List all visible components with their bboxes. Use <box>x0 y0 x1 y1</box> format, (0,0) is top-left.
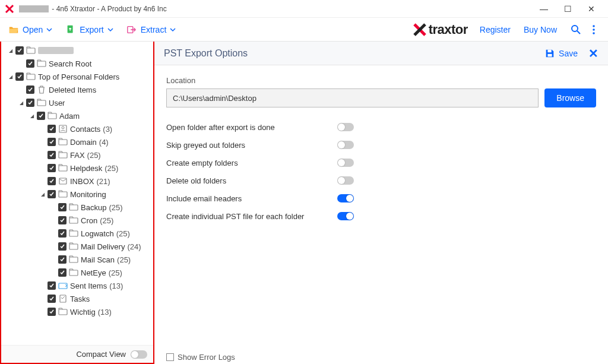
search-icon[interactable] <box>570 24 582 36</box>
tree-node[interactable]: ◢Top of Personal Folders <box>2 70 152 83</box>
tree-checkbox[interactable] <box>48 308 56 316</box>
svg-rect-27 <box>547 49 551 52</box>
tree-node[interactable]: Search Root <box>2 57 152 70</box>
tree-count: (21) <box>96 177 110 186</box>
tree-checkbox[interactable] <box>26 59 34 68</box>
tree-node[interactable]: ◢User <box>2 96 152 109</box>
tree-label: FAX <box>70 151 85 160</box>
folder-icon <box>58 307 68 316</box>
window-title: - 4n6 Xtraxtor - A Product by 4n6 Inc <box>18 5 532 13</box>
folder-tree-sidebar: ◢Search Root◢Top of Personal FoldersDele… <box>0 42 154 364</box>
tree-count: (25) <box>87 151 101 160</box>
tree-checkbox[interactable] <box>26 86 34 94</box>
folder-icon <box>69 216 78 225</box>
export-button[interactable]: Export <box>65 24 113 35</box>
tree-checkbox[interactable] <box>48 177 56 185</box>
tree-checkbox[interactable] <box>48 164 56 172</box>
tree-node[interactable]: Domain(4) <box>2 135 152 148</box>
tree-node[interactable]: ◢Monitoring <box>2 188 152 201</box>
tree-checkbox[interactable] <box>48 190 56 198</box>
option-label: Create empty folders <box>166 159 332 167</box>
option-toggle[interactable] <box>337 176 354 185</box>
location-input[interactable] <box>166 88 539 107</box>
tree-node[interactable]: NetEye(25) <box>2 266 152 279</box>
tree-node[interactable]: ◢ <box>2 44 152 57</box>
show-error-logs-checkbox[interactable] <box>166 353 174 361</box>
option-toggle[interactable] <box>337 212 354 220</box>
option-toggle[interactable] <box>337 159 354 167</box>
tree-checkbox[interactable] <box>58 268 66 277</box>
tree-node[interactable]: Sent Items(13) <box>2 279 152 292</box>
folder-icon <box>26 72 36 81</box>
compact-view-toggle[interactable] <box>131 350 147 359</box>
tree-node[interactable]: Helpdesk(25) <box>2 162 152 175</box>
option-toggle[interactable] <box>337 141 354 149</box>
expand-toggle[interactable]: ◢ <box>18 100 25 106</box>
expand-toggle[interactable]: ◢ <box>7 74 14 80</box>
open-button[interactable]: Open <box>8 24 52 35</box>
register-link[interactable]: Register <box>480 25 511 34</box>
folder-icon <box>37 59 46 68</box>
tree-node[interactable]: Cron(25) <box>2 214 152 227</box>
tree-node[interactable]: Backup(25) <box>2 201 152 214</box>
close-window-button[interactable]: ✕ <box>580 0 603 18</box>
tree-checkbox[interactable] <box>37 112 45 120</box>
tree-node[interactable]: FAX(25) <box>2 148 152 162</box>
tree-checkbox[interactable] <box>58 203 66 211</box>
tree-node[interactable]: INBOX(21) <box>2 175 152 188</box>
tree-checkbox[interactable] <box>48 295 56 303</box>
option-label: Open folder after export is done <box>166 123 332 132</box>
tree-checkbox[interactable] <box>15 46 24 55</box>
export-options-panel: PST Export Options Save ✕ Location Brows… <box>154 42 608 364</box>
tree-node[interactable]: Contacts(3) <box>2 122 152 135</box>
location-label: Location <box>166 76 596 85</box>
tree-checkbox[interactable] <box>58 242 66 251</box>
tree-checkbox[interactable] <box>48 151 56 159</box>
tasks-icon <box>58 294 68 303</box>
tree-count: (25) <box>117 255 131 264</box>
tree-node[interactable]: Wichtig(13) <box>2 305 152 318</box>
extract-button[interactable]: Extract <box>126 24 176 35</box>
tree-checkbox[interactable] <box>48 125 56 133</box>
option-toggle[interactable] <box>337 194 354 202</box>
tree-node[interactable]: Mail Delivery(24) <box>2 240 152 253</box>
tree-node[interactable]: Deleted Items <box>2 83 152 96</box>
tree-node[interactable]: Logwatch(25) <box>2 227 152 240</box>
svg-point-4 <box>593 29 595 31</box>
maximize-button[interactable]: ☐ <box>556 0 580 18</box>
tree-checkbox[interactable] <box>58 216 66 224</box>
tree-label: Helpdesk <box>70 164 102 173</box>
tree-checkbox[interactable] <box>48 138 56 146</box>
option-label: Skip greyed out folders <box>166 141 332 150</box>
close-panel-button[interactable]: ✕ <box>588 46 598 61</box>
expand-toggle[interactable]: ◢ <box>7 48 14 53</box>
minimize-button[interactable]: — <box>532 0 556 18</box>
more-menu-icon[interactable] <box>588 24 600 36</box>
save-button[interactable]: Save <box>544 48 578 59</box>
contacts-icon <box>58 124 68 134</box>
tree-checkbox[interactable] <box>26 99 34 107</box>
tree-count: (25) <box>109 203 122 212</box>
tree-checkbox[interactable] <box>58 255 66 264</box>
show-error-logs-row[interactable]: Show Error Logs <box>166 353 235 362</box>
browse-button[interactable]: Browse <box>544 88 596 107</box>
tree-node[interactable]: Mail Scan(25) <box>2 253 152 266</box>
tree-checkbox[interactable] <box>48 281 56 290</box>
tree-label: Adam <box>59 112 80 121</box>
compact-view-label: Compact View <box>76 350 126 359</box>
folder-icon <box>26 46 36 55</box>
tree-count: (13) <box>98 308 112 316</box>
expand-toggle[interactable]: ◢ <box>39 192 46 197</box>
tree-count: (13) <box>109 281 123 290</box>
svg-rect-26 <box>59 309 67 315</box>
tree-label: Contacts <box>70 125 100 134</box>
tree-checkbox[interactable] <box>15 72 24 81</box>
tree-node[interactable]: Tasks <box>2 292 152 305</box>
tree-checkbox[interactable] <box>58 229 66 238</box>
svg-rect-17 <box>59 192 67 197</box>
expand-toggle[interactable]: ◢ <box>28 113 36 119</box>
option-toggle[interactable] <box>337 123 354 131</box>
tree-node[interactable]: ◢Adam <box>2 109 152 122</box>
buy-now-link[interactable]: Buy Now <box>524 25 557 34</box>
folder-icon <box>58 150 68 160</box>
